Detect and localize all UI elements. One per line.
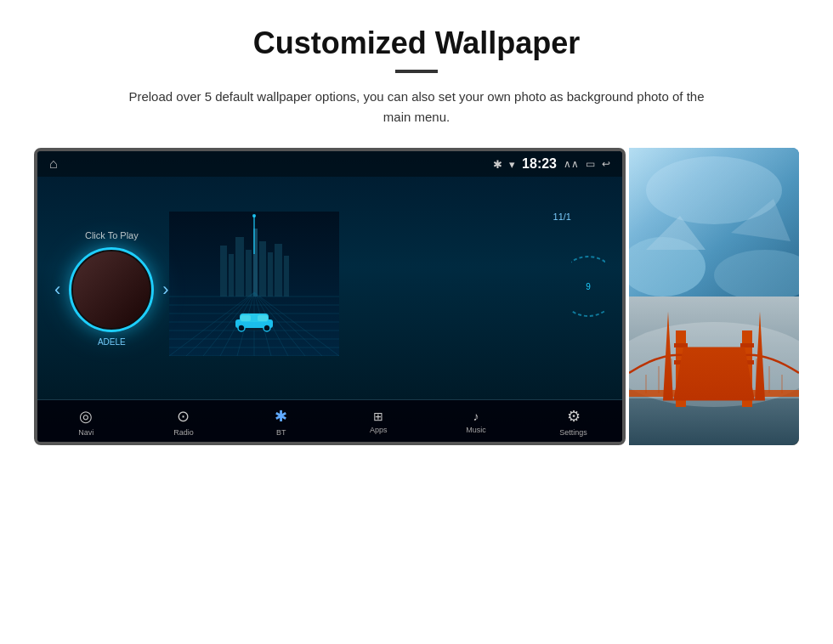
nav-item-radio[interactable]: ⊙ Radio bbox=[162, 407, 205, 437]
title-divider bbox=[395, 70, 438, 73]
album-photo: ▶ bbox=[73, 251, 150, 328]
next-track-button[interactable]: › bbox=[162, 279, 168, 301]
svg-rect-6 bbox=[259, 241, 266, 297]
wallpaper-preview-ice[interactable] bbox=[629, 148, 799, 297]
music-label: Music bbox=[466, 426, 486, 434]
svg-rect-50 bbox=[742, 330, 752, 407]
bt-icon: ✱ bbox=[493, 158, 502, 171]
svg-point-41 bbox=[629, 237, 706, 297]
svg-point-45 bbox=[646, 156, 782, 224]
svg-rect-3 bbox=[235, 237, 244, 297]
artist-name: ADELE bbox=[98, 337, 126, 347]
apps-label: Apps bbox=[370, 426, 388, 434]
page-container: Customized Wallpaper Preload over 5 defa… bbox=[0, 0, 833, 644]
nav-item-navi[interactable]: ◎ Navi bbox=[65, 407, 107, 437]
content-row: ⌂ ✱ ▾ 18:23 ∧∧ ▭ ↩ Click To Play bbox=[34, 148, 799, 445]
svg-rect-54 bbox=[740, 360, 754, 364]
bt-nav-icon: ✱ bbox=[275, 407, 287, 426]
status-bar: ⌂ ✱ ▾ 18:23 ∧∧ ▭ ↩ bbox=[37, 151, 622, 177]
status-left: ⌂ bbox=[49, 156, 58, 172]
svg-rect-40 bbox=[629, 148, 799, 297]
ice-image bbox=[629, 148, 799, 297]
radio-label: Radio bbox=[173, 428, 194, 437]
right-gauge: 9 bbox=[571, 227, 605, 349]
svg-point-42 bbox=[714, 250, 799, 297]
city-skyline-svg bbox=[169, 212, 339, 356]
wifi-icon: ▾ bbox=[509, 158, 515, 171]
bt-label: BT bbox=[276, 428, 286, 437]
svg-point-34 bbox=[238, 325, 245, 331]
apps-icon: ⊞ bbox=[373, 410, 383, 423]
svg-rect-1 bbox=[220, 246, 227, 297]
settings-label: Settings bbox=[559, 428, 587, 437]
svg-rect-53 bbox=[740, 343, 754, 347]
nav-item-apps[interactable]: ⊞ Apps bbox=[357, 410, 400, 434]
album-ring: ▶ bbox=[69, 247, 154, 332]
status-right: ✱ ▾ 18:23 ∧∧ ▭ ↩ bbox=[493, 156, 610, 172]
media-panel: Click To Play ‹ ▶ › bbox=[54, 230, 169, 347]
nav-item-music[interactable]: ♪ Music bbox=[455, 410, 497, 434]
nav-item-bt[interactable]: ✱ BT bbox=[260, 407, 303, 437]
navi-icon: ◎ bbox=[79, 407, 93, 426]
nav-item-settings[interactable]: ⚙ Settings bbox=[552, 407, 595, 437]
svg-point-35 bbox=[264, 325, 270, 331]
center-viz: 11/1 bbox=[169, 212, 571, 364]
album-art-container: ‹ ▶ › bbox=[54, 247, 169, 332]
click-to-play-label: Click To Play bbox=[85, 230, 139, 240]
music-icon: ♪ bbox=[473, 410, 479, 423]
window-icon: ▭ bbox=[586, 158, 595, 170]
svg-rect-2 bbox=[229, 254, 234, 297]
status-time: 18:23 bbox=[522, 156, 557, 172]
svg-text:9: 9 bbox=[586, 282, 591, 291]
svg-rect-36 bbox=[241, 315, 251, 321]
gauge-svg: 9 bbox=[571, 227, 605, 346]
date-display: 11/1 bbox=[553, 212, 571, 222]
svg-rect-51 bbox=[674, 343, 688, 347]
svg-rect-37 bbox=[258, 315, 268, 321]
up-arrows-icon: ∧∧ bbox=[564, 158, 579, 170]
navi-label: Navi bbox=[78, 428, 94, 437]
svg-rect-7 bbox=[268, 252, 273, 297]
page-subtitle: Preload over 5 default wallpaper options… bbox=[128, 87, 706, 127]
svg-rect-55 bbox=[629, 390, 799, 397]
svg-rect-4 bbox=[246, 250, 252, 297]
svg-rect-52 bbox=[674, 360, 688, 364]
svg-marker-43 bbox=[646, 216, 706, 250]
ice-svg bbox=[629, 148, 799, 297]
bridge-svg bbox=[629, 297, 799, 445]
nav-bar: ◎ Navi ⊙ Radio ✱ BT ⊞ Apps bbox=[37, 399, 622, 442]
right-images bbox=[629, 148, 799, 445]
svg-rect-9 bbox=[284, 256, 289, 297]
main-content: Click To Play ‹ ▶ › bbox=[37, 177, 622, 399]
home-icon: ⌂ bbox=[49, 156, 58, 171]
car-screen-wrapper: ⌂ ✱ ▾ 18:23 ∧∧ ▭ ↩ Click To Play bbox=[34, 148, 626, 445]
back-icon: ↩ bbox=[602, 158, 610, 170]
radio-icon: ⊙ bbox=[177, 407, 190, 426]
svg-marker-44 bbox=[731, 199, 790, 241]
settings-icon: ⚙ bbox=[567, 407, 581, 426]
wallpaper-preview-bridge[interactable] bbox=[629, 297, 799, 445]
svg-rect-8 bbox=[275, 244, 282, 297]
bridge-image bbox=[629, 297, 799, 445]
svg-rect-49 bbox=[676, 330, 686, 407]
prev-track-button[interactable]: ‹ bbox=[54, 279, 60, 301]
page-title: Customized Wallpaper bbox=[253, 25, 581, 61]
car-screen: ⌂ ✱ ▾ 18:23 ∧∧ ▭ ↩ Click To Play bbox=[37, 151, 622, 442]
svg-point-11 bbox=[252, 214, 256, 217]
